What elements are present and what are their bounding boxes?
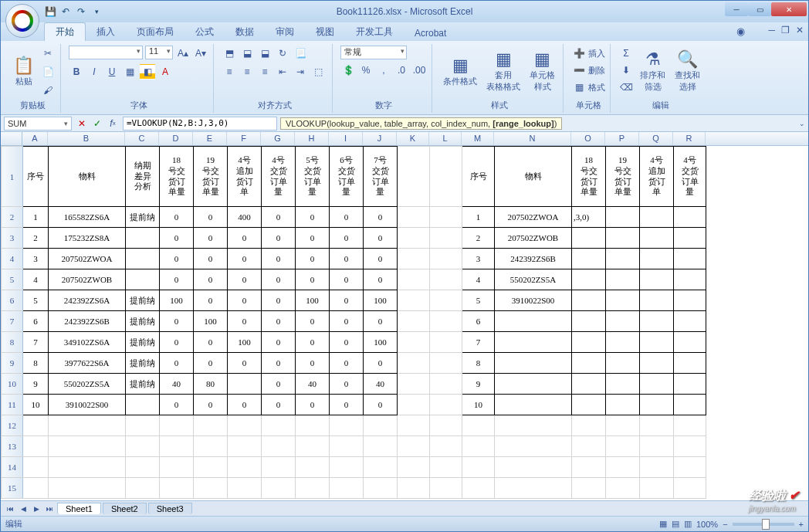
expand-formula-icon[interactable]: ⌄ bbox=[799, 120, 805, 127]
cell[interactable]: 纳期差异分析 bbox=[126, 147, 160, 207]
sheet-nav-last-icon[interactable]: ⏭ bbox=[43, 503, 56, 515]
cell[interactable] bbox=[674, 249, 706, 269]
row-header[interactable]: 13 bbox=[2, 436, 23, 457]
cell[interactable] bbox=[495, 395, 572, 415]
cell[interactable] bbox=[228, 457, 262, 478]
cell[interactable] bbox=[330, 415, 364, 436]
cell[interactable] bbox=[640, 269, 674, 290]
cell[interactable]: 0 bbox=[364, 228, 398, 249]
cell[interactable] bbox=[674, 290, 706, 311]
delete-cell-icon[interactable]: ➖ bbox=[571, 63, 587, 78]
cell[interactable] bbox=[160, 436, 194, 457]
tab-acrobat[interactable]: Acrobat bbox=[404, 25, 457, 41]
cell[interactable] bbox=[194, 457, 228, 478]
column-header[interactable]: J bbox=[363, 132, 397, 145]
cell[interactable] bbox=[606, 249, 640, 269]
indent-dec-icon[interactable]: ⇤ bbox=[275, 64, 290, 80]
cell[interactable]: 0 bbox=[228, 353, 262, 374]
tab-view[interactable]: 视图 bbox=[305, 23, 345, 41]
cell[interactable] bbox=[572, 436, 606, 457]
column-header[interactable]: Q bbox=[639, 132, 673, 145]
cell[interactable] bbox=[462, 415, 495, 436]
column-header[interactable]: D bbox=[159, 132, 193, 145]
help-icon[interactable]: ◉ bbox=[736, 25, 745, 37]
cell[interactable]: 0 bbox=[160, 311, 194, 332]
cell[interactable]: 0 bbox=[262, 395, 296, 415]
cell[interactable] bbox=[640, 374, 674, 395]
cell[interactable]: 0 bbox=[160, 332, 194, 353]
cell[interactable] bbox=[126, 436, 160, 457]
indent-inc-icon[interactable]: ⇥ bbox=[293, 64, 308, 80]
cell[interactable]: 4号追加货订单 bbox=[640, 147, 674, 207]
cell[interactable]: 18号交货订单量 bbox=[572, 147, 606, 207]
cell[interactable]: 242392ZS6B bbox=[49, 311, 126, 332]
sheet-tab[interactable]: Sheet1 bbox=[57, 503, 101, 514]
percent-icon[interactable]: % bbox=[358, 63, 374, 78]
cell-styles-button[interactable]: ▦单元格 样式 bbox=[526, 46, 558, 98]
cell[interactable] bbox=[495, 332, 572, 353]
cell[interactable]: 0 bbox=[228, 269, 262, 290]
cell[interactable]: 4 bbox=[23, 269, 49, 290]
cell[interactable] bbox=[462, 457, 495, 478]
cell[interactable]: 4 bbox=[462, 269, 495, 290]
tab-dev[interactable]: 开发工具 bbox=[345, 23, 404, 41]
cell[interactable]: 400 bbox=[228, 207, 262, 228]
cell[interactable] bbox=[398, 478, 430, 499]
cell[interactable]: 9 bbox=[462, 374, 495, 395]
align-right-icon[interactable]: ≡ bbox=[257, 64, 272, 80]
cell[interactable]: 0 bbox=[296, 332, 330, 353]
cell[interactable] bbox=[606, 415, 640, 436]
wrap-text-icon[interactable]: 📃 bbox=[293, 46, 308, 61]
maximize-button[interactable]: ▭ bbox=[748, 2, 771, 16]
cell[interactable] bbox=[330, 457, 364, 478]
cell[interactable] bbox=[606, 207, 640, 228]
cell[interactable] bbox=[364, 436, 398, 457]
orientation-icon[interactable]: ↻ bbox=[275, 46, 290, 61]
cell[interactable] bbox=[430, 374, 462, 395]
cell[interactable]: 0 bbox=[262, 269, 296, 290]
zoom-in-icon[interactable]: + bbox=[799, 520, 804, 529]
cell[interactable] bbox=[640, 228, 674, 249]
cell[interactable] bbox=[495, 436, 572, 457]
cell[interactable]: 0 bbox=[262, 311, 296, 332]
italic-icon[interactable]: I bbox=[86, 64, 102, 80]
row-header[interactable]: 10 bbox=[2, 374, 23, 395]
cell[interactable]: 0 bbox=[194, 332, 228, 353]
cell[interactable]: 0 bbox=[330, 395, 364, 415]
cell[interactable] bbox=[640, 249, 674, 269]
cell[interactable]: 7 bbox=[23, 332, 49, 353]
cell[interactable] bbox=[572, 415, 606, 436]
qat-more-icon[interactable]: ▾ bbox=[90, 5, 103, 18]
cell[interactable] bbox=[430, 290, 462, 311]
tab-data[interactable]: 数据 bbox=[225, 23, 265, 41]
cell[interactable]: 0 bbox=[160, 395, 194, 415]
cell[interactable] bbox=[572, 457, 606, 478]
cell[interactable]: 4号交货订单量 bbox=[674, 147, 706, 207]
doc-close-icon[interactable]: ✕ bbox=[796, 25, 804, 36]
cell[interactable] bbox=[398, 311, 430, 332]
formula-input[interactable]: =VLOOKUP(N2,B:J,3,0) bbox=[123, 117, 277, 130]
cell[interactable] bbox=[640, 207, 674, 228]
cell[interactable]: ,3,0) bbox=[572, 207, 606, 228]
row-header[interactable]: 2 bbox=[2, 207, 23, 228]
cell[interactable]: 19号交货订单量 bbox=[606, 147, 640, 207]
save-icon[interactable]: 💾 bbox=[44, 5, 56, 18]
cell[interactable]: 0 bbox=[194, 269, 228, 290]
cell[interactable] bbox=[674, 395, 706, 415]
column-header[interactable]: A bbox=[22, 132, 48, 145]
cell[interactable]: 207502ZWOB bbox=[49, 269, 126, 290]
cell[interactable] bbox=[228, 436, 262, 457]
undo-icon[interactable]: ↶ bbox=[59, 5, 72, 18]
cell[interactable]: 3910022S00 bbox=[49, 395, 126, 415]
cell[interactable] bbox=[398, 207, 430, 228]
cell[interactable]: 0 bbox=[262, 290, 296, 311]
cell[interactable] bbox=[606, 290, 640, 311]
cell[interactable]: 提前纳 bbox=[126, 290, 160, 311]
row-header[interactable]: 11 bbox=[2, 395, 23, 415]
cell[interactable]: 0 bbox=[296, 269, 330, 290]
cell[interactable] bbox=[126, 415, 160, 436]
cell[interactable] bbox=[430, 228, 462, 249]
doc-minimize-icon[interactable]: ─ bbox=[768, 25, 775, 36]
row-header[interactable]: 7 bbox=[2, 311, 23, 332]
cell[interactable]: 550202ZS5A bbox=[49, 374, 126, 395]
